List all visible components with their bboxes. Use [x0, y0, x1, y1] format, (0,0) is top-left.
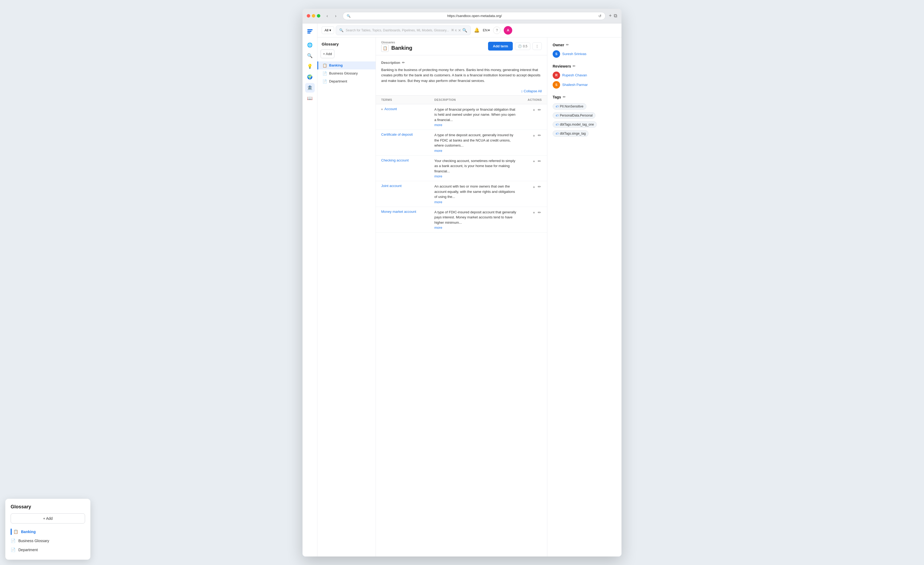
- term-link-cod[interactable]: Certificate of deposit: [381, 132, 424, 137]
- app-container: 🌐 🔍 💡 🌍 🏦 📖 All ▾ 🔍 Search: [303, 23, 621, 556]
- search-clear-button[interactable]: ✕: [458, 28, 461, 33]
- forward-button[interactable]: ›: [332, 12, 339, 20]
- term-link-checking[interactable]: Checking account: [381, 158, 424, 162]
- app-logo[interactable]: [305, 27, 315, 36]
- glossary-sidebar: Glossary + Add 📋 Banking 📄 Business Glos…: [317, 38, 376, 556]
- search-submit-button[interactable]: 🔍: [462, 28, 467, 33]
- logo-bar-3: [307, 33, 310, 33]
- more-link-account[interactable]: more: [434, 123, 517, 127]
- add-subterm-button-money-market[interactable]: +: [532, 210, 536, 215]
- glossary-sidebar-title: Glossary: [317, 42, 376, 46]
- new-tab-button[interactable]: +: [609, 13, 612, 19]
- term-link-account[interactable]: ▾ Account: [381, 107, 424, 111]
- page-title: Banking: [391, 45, 412, 51]
- sidebar-item-banking[interactable]: 📋 Banking: [317, 62, 376, 69]
- sidebar-nav-quality[interactable]: 🔍: [305, 51, 315, 61]
- tags-section: Tags ✏ 🏷 PII.NonSensitive 🏷 PersonalData…: [553, 95, 616, 138]
- sidebar-nav-glossary[interactable]: 🏦: [305, 83, 315, 93]
- more-link-checking[interactable]: more: [434, 174, 517, 178]
- sidebar-nav-insights[interactable]: 💡: [305, 62, 315, 71]
- reviewer-item-shailesh: S Shailesh Parmar: [553, 81, 616, 89]
- content-header: Glossaries 📋 Banking Add term 🕐 0.5: [376, 38, 547, 55]
- term-text-account: Account: [384, 107, 397, 111]
- close-button[interactable]: [307, 14, 310, 18]
- add-subterm-button-cod[interactable]: +: [532, 133, 536, 138]
- browser-titlebar: ‹ › 🔍 https://sandbox.open-metadata.org/…: [303, 9, 621, 23]
- language-selector[interactable]: EN ▾: [483, 28, 490, 32]
- help-button[interactable]: ?: [493, 27, 501, 34]
- sidebar-item-business-glossary[interactable]: 📄 Business Glossary: [317, 69, 376, 77]
- sidebar-nav-docs[interactable]: 📖: [305, 94, 315, 103]
- tag-badge-pii[interactable]: 🏷 PII.NonSensitive: [553, 103, 586, 110]
- business-glossary-icon: 📄: [322, 71, 327, 75]
- url-search-icon: 🔍: [346, 14, 351, 18]
- tags-edit-icon[interactable]: ✏: [563, 95, 566, 99]
- sidebar-item-department[interactable]: 📄 Department: [317, 77, 376, 86]
- logo-bar-1: [307, 29, 313, 30]
- add-subterm-button-checking[interactable]: +: [532, 158, 536, 164]
- term-link-joint[interactable]: Joint account: [381, 184, 424, 188]
- tags-label: Tags: [553, 95, 561, 99]
- edit-term-button-cod[interactable]: ✏: [537, 132, 542, 138]
- actions-cell-money-market: + ✏: [522, 207, 547, 233]
- reviewer-name-rupesh[interactable]: Rupesh Chavan: [562, 73, 587, 77]
- main-area: All ▾ 🔍 Search for Tables, Topics, Dashb…: [317, 23, 621, 556]
- owner-item: S Suresh Srinivas: [553, 50, 616, 58]
- tag-badge-personal[interactable]: 🏷 PersonalData.Personal: [553, 112, 596, 119]
- user-avatar[interactable]: A: [504, 26, 512, 35]
- desc-text-cod: A type of time deposit account, generall…: [434, 133, 513, 147]
- owner-name[interactable]: Suresh Srinivas: [562, 52, 586, 56]
- term-link-money-market[interactable]: Money market account: [381, 210, 424, 213]
- edit-term-button-account[interactable]: ✏: [537, 107, 542, 113]
- duplicate-tab-button[interactable]: ⧉: [614, 13, 617, 19]
- add-subterm-button-joint[interactable]: +: [532, 184, 536, 190]
- table-row: Checking account Your checking account, …: [376, 155, 547, 181]
- page-title-row: 📋 Banking: [381, 44, 412, 52]
- search-filter-dropdown[interactable]: All ▾: [322, 26, 334, 34]
- owner-edit-icon[interactable]: ✏: [566, 43, 569, 47]
- sidebar-add-button[interactable]: + Add: [321, 50, 334, 58]
- collapse-all-button[interactable]: ↕ Collapse All: [521, 89, 542, 93]
- tag-badge-dbt-singe[interactable]: 🏷 dbtTags.singe_tag: [553, 130, 588, 137]
- tag-badge-dbt-model[interactable]: 🏷 dbtTags.model_tag_one: [553, 121, 597, 128]
- global-search-bar[interactable]: 🔍 Search for Tables, Topics, Dashboards,…: [336, 26, 471, 35]
- maximize-button[interactable]: [317, 14, 320, 18]
- url-bar[interactable]: 🔍 https://sandbox.open-metadata.org/ ↺: [343, 12, 606, 20]
- description-edit-icon[interactable]: ✏: [402, 61, 405, 65]
- edit-term-button-money-market[interactable]: ✏: [537, 210, 542, 215]
- tag-icon-dbt-model: 🏷: [556, 123, 558, 126]
- reload-button[interactable]: ↺: [598, 14, 602, 18]
- reviewers-edit-icon[interactable]: ✏: [573, 64, 576, 68]
- breadcrumb-area: Glossaries 📋 Banking: [381, 41, 412, 52]
- sidebar-nav-explore[interactable]: 🌐: [305, 41, 315, 50]
- more-link-money-market[interactable]: more: [434, 225, 517, 230]
- edit-term-button-checking[interactable]: ✏: [537, 158, 542, 164]
- browser-window: ‹ › 🔍 https://sandbox.open-metadata.org/…: [303, 9, 621, 556]
- table-row: ▾ Account A type of financial property o…: [376, 104, 547, 130]
- more-link-cod[interactable]: more: [434, 149, 517, 153]
- add-subterm-button-account[interactable]: +: [532, 107, 536, 113]
- back-button[interactable]: ‹: [324, 12, 331, 20]
- reviewer-name-shailesh[interactable]: Shailesh Parmar: [562, 83, 588, 87]
- chevron-down-icon: ▾: [329, 28, 331, 32]
- search-keyboard-hint: ⌘ K ✕ 🔍: [451, 28, 467, 33]
- add-term-button[interactable]: Add term: [488, 42, 513, 51]
- owner-label: Owner: [553, 43, 564, 47]
- meta-panel: Owner ✏ S Suresh Srinivas Reviewers ✏: [547, 38, 621, 556]
- notifications-button[interactable]: 🔔: [474, 27, 480, 33]
- actions-cell-account: + ✏: [522, 104, 547, 130]
- reviewers-section-title: Reviewers ✏: [553, 64, 616, 68]
- col-description: DESCRIPTION: [429, 95, 522, 104]
- sidebar-nav-domain[interactable]: 🌍: [305, 72, 315, 82]
- logo-bar-2: [307, 31, 312, 32]
- description-label: Description ✏: [381, 61, 542, 65]
- tag-text-pii: PII.NonSensitive: [560, 105, 584, 108]
- more-link-joint[interactable]: more: [434, 200, 517, 204]
- desc-text-money-market: A type of FDIC-insured deposit account t…: [434, 210, 516, 224]
- search-placeholder-text: Search for Tables, Topics, Dashboards, P…: [346, 29, 449, 32]
- page-title-icon: 📋: [381, 44, 388, 52]
- edit-term-button-joint[interactable]: ✏: [537, 184, 542, 190]
- more-options-button[interactable]: ⋮: [532, 42, 542, 50]
- minimize-button[interactable]: [312, 14, 315, 18]
- content-panel: Glossaries 📋 Banking Add term 🕐 0.5: [376, 38, 547, 556]
